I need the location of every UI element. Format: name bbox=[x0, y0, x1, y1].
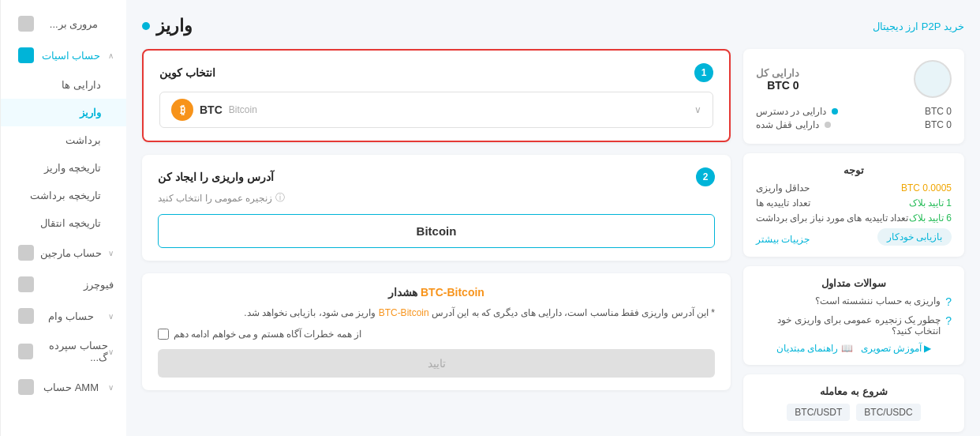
sidebar-item-loan[interactable]: ∨ حساب وام bbox=[1, 300, 126, 332]
sidebar-item-withdrawal[interactable]: برداشت bbox=[1, 126, 126, 154]
step2-card: 2 آدرس واریزی را ایجاد کن ⓘ زنجیره عمومی… bbox=[142, 155, 731, 261]
coin-info: Bitcoin BTC ₿ bbox=[171, 99, 260, 121]
title-dot bbox=[142, 22, 150, 30]
sidebar-item-asset-account[interactable]: ∧ حساب اسیات bbox=[1, 39, 126, 71]
faq-links: ▶ آموزش تصویری 📖 راهنمای مبتدیان bbox=[756, 343, 952, 354]
step1-header: 1 انتخاب کوین bbox=[159, 63, 713, 82]
min-deposit-row: BTC 0.0005 حداقل واریزی bbox=[756, 182, 952, 194]
sidebar-item-label: فیوچرز bbox=[84, 279, 114, 291]
savings-icon bbox=[18, 344, 33, 359]
sidebar-item-label: تاریخچه برداشت bbox=[30, 190, 101, 201]
page-title: واریز bbox=[142, 16, 193, 36]
confirmations-label: تعداد تاییدیه ها bbox=[756, 197, 810, 209]
sidebar-item-label: حساب اسیات bbox=[42, 50, 101, 62]
chevron-icon: ∨ bbox=[108, 348, 114, 356]
question-icon-1: ? bbox=[945, 295, 952, 308]
sidebar-item-withdrawal-history[interactable]: تاریخچه برداشت bbox=[1, 182, 126, 209]
overview-icon bbox=[18, 16, 34, 32]
balance-title: دارایی کل bbox=[756, 67, 799, 79]
confirmations-value: 1 تایید بلاک bbox=[909, 197, 952, 209]
sidebar-item-label: حساب سپرده گ... bbox=[33, 340, 108, 363]
coin-fullname: Bitcoin bbox=[229, 104, 257, 115]
sidebar-item-label: تاریخچه انتقال bbox=[40, 217, 101, 229]
sidebar-item-savings[interactable]: ∨ حساب سپرده گ... bbox=[1, 332, 126, 371]
notice-title: توجه bbox=[756, 164, 952, 176]
sidebar-item-amm[interactable]: ∨ AMM حساب bbox=[1, 371, 126, 403]
btc-main-value: BTC 0 bbox=[756, 79, 799, 92]
sidebar-item-label: برداشت bbox=[65, 134, 101, 146]
trade-title: شروع به معامله bbox=[756, 385, 952, 397]
main-content: خرید P2P ارز دیجیتال واریز دارایی کل BTC… bbox=[126, 0, 980, 436]
sidebar-item-label: تاریخچه واریز bbox=[44, 162, 101, 174]
coin-select[interactable]: ∨ Bitcoin BTC ₿ bbox=[159, 92, 713, 128]
right-panel: 1 انتخاب کوین ∨ Bitcoin BTC ₿ bbox=[142, 49, 731, 390]
auto-invest-button[interactable]: بازیابی خودکار bbox=[877, 228, 952, 246]
question-icon-2: ? bbox=[945, 314, 952, 327]
sidebar-item-transfer-history[interactable]: تاریخچه انتقال bbox=[1, 209, 126, 237]
play-icon: ▶ bbox=[924, 343, 931, 354]
p2p-link[interactable]: خرید P2P ارز دیجیتال bbox=[873, 21, 964, 32]
details-link[interactable]: جزییات بیشتر bbox=[756, 234, 810, 245]
tutorial-link[interactable]: ▶ آموزش تصویری bbox=[861, 343, 931, 354]
left-panel: دارایی کل BTC 0 BTC 0 دارایی در دسترس bbox=[743, 49, 964, 436]
sidebar-item-deposit-history[interactable]: تاریخچه واریز bbox=[1, 154, 126, 182]
dot-gray bbox=[825, 122, 831, 128]
min-deposit-label: حداقل واریزی bbox=[756, 182, 810, 194]
info-icon[interactable]: ⓘ bbox=[275, 191, 285, 205]
available-label: دارایی در دسترس bbox=[756, 106, 838, 117]
trade-pair-0[interactable]: BTC/USDT bbox=[787, 404, 850, 421]
book-icon: 📖 bbox=[841, 343, 853, 354]
warning-title: BTC-Bitcoin هشدار bbox=[158, 286, 715, 299]
balance-header: دارایی کل BTC 0 bbox=[756, 60, 952, 98]
sidebar-item-label: حساب وام bbox=[48, 310, 94, 322]
w-confirmations-label: تعداد تاییدیه های مورد نیاز برای برداشت bbox=[756, 212, 908, 224]
sidebar: مروری بر... ∧ حساب اسیات دارایی ها واریز… bbox=[0, 0, 126, 436]
trade-pair-1[interactable]: BTC/USDC bbox=[856, 404, 920, 421]
amm-icon bbox=[18, 379, 34, 395]
withdrawal-confirmations-row: 6 تایید بلاک تعداد تاییدیه های مورد نیاز… bbox=[756, 212, 952, 224]
chevron-down-icon: ∨ bbox=[694, 104, 701, 115]
chevron-icon: ∧ bbox=[108, 51, 114, 60]
locked-row: BTC 0 دارایی قفل شده bbox=[756, 119, 952, 130]
guide-link[interactable]: 📖 راهنمای مبتدیان bbox=[776, 343, 852, 354]
bitcoin-icon: ₿ bbox=[171, 99, 193, 121]
faq-card: سوالات متداول ? واریزی به حساب ننشسته اس… bbox=[743, 266, 964, 365]
sidebar-item-overview[interactable]: مروری بر... bbox=[1, 8, 126, 39]
dot-blue bbox=[832, 108, 838, 115]
confirm-checkbox[interactable] bbox=[158, 329, 169, 340]
faq-item-1: ? واریزی به حساب ننشسته است؟ bbox=[756, 295, 952, 308]
chain-button[interactable]: Bitcoin bbox=[158, 214, 715, 248]
available-value: BTC 0 bbox=[925, 106, 952, 117]
sidebar-item-label: حساب مارجین bbox=[40, 247, 103, 259]
asset-account-icon bbox=[18, 47, 34, 63]
available-row: BTC 0 دارایی در دسترس bbox=[756, 106, 952, 117]
trade-card: شروع به معامله BTC/USDC BTC/USDT bbox=[743, 374, 964, 432]
warning-title-prefix: هشدار bbox=[388, 286, 417, 299]
step1-title: انتخاب کوین bbox=[159, 66, 215, 79]
sidebar-item-label: مروری بر... bbox=[50, 18, 98, 30]
step2-header: 2 آدرس واریزی را ایجاد کن bbox=[158, 167, 715, 186]
sidebar-item-margin[interactable]: ∨ حساب مارجین bbox=[1, 237, 126, 269]
confirm-button[interactable]: تایید bbox=[158, 349, 715, 378]
page-title-text: واریز bbox=[156, 16, 193, 36]
coin-symbol: BTC bbox=[200, 103, 223, 116]
sidebar-item-futures[interactable]: فیوچرز bbox=[1, 269, 126, 300]
locked-value: BTC 0 bbox=[925, 119, 952, 130]
checkbox-label: از همه خطرات آگاه هستم و می خواهم ادامه … bbox=[174, 329, 361, 340]
trade-pairs: BTC/USDC BTC/USDT bbox=[756, 404, 952, 421]
futures-icon bbox=[18, 276, 34, 292]
faq-item-2: ? چطور یک زنجیره عمومی برای واریزی خود ا… bbox=[756, 314, 952, 336]
min-deposit-value: BTC 0.0005 bbox=[901, 182, 952, 194]
faq-text-1: واریزی به حساب ننشسته است؟ bbox=[815, 295, 941, 306]
balance-card: دارایی کل BTC 0 BTC 0 دارایی در دسترس bbox=[743, 49, 964, 144]
notice-card: توجه BTC 0.0005 حداقل واریزی 1 تایید بلا… bbox=[743, 153, 964, 257]
step2-title: آدرس واریزی را ایجاد کن bbox=[158, 171, 274, 183]
warning-coin-label: BTC-Bitcoin bbox=[421, 286, 484, 299]
margin-icon bbox=[18, 245, 34, 261]
avatar bbox=[914, 60, 952, 98]
sidebar-item-deposit[interactable]: واریز bbox=[1, 99, 126, 126]
step2-subtitle: ⓘ زنجیره عمومی را انتخاب کنید bbox=[158, 191, 715, 205]
warning-box: BTC-Bitcoin هشدار * این آدرس واریزی فقط … bbox=[142, 273, 731, 390]
sidebar-item-assets[interactable]: دارایی ها bbox=[1, 71, 126, 99]
chevron-icon: ∨ bbox=[108, 383, 114, 392]
